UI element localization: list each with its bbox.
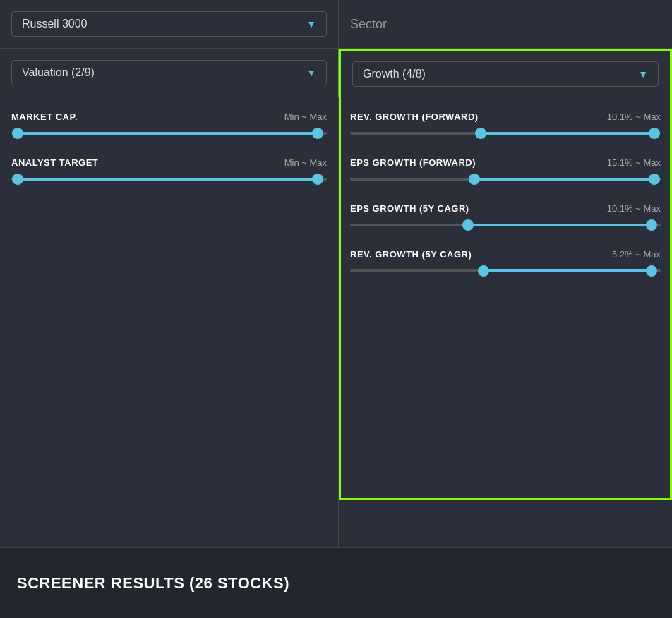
eps-growth-5y-thumb-left[interactable]: [462, 219, 474, 231]
eps-growth-forward-range: 15.1% ~ Max: [607, 157, 661, 168]
rev-growth-5y-slider-track[interactable]: [350, 269, 661, 272]
rev-growth-forward-thumb-right[interactable]: [649, 128, 660, 139]
index-dropdown-container: Russell 3000 ▼: [0, 0, 339, 48]
analyst-target-header: ANALYST TARGET Min ~ Max: [11, 157, 327, 168]
market-cap-filter: MARKET CAP. Min ~ Max: [11, 111, 327, 135]
analyst-target-slider-fill: [18, 178, 318, 181]
market-cap-title: MARKET CAP.: [11, 111, 78, 122]
rev-growth-forward-slider-fill: [481, 132, 654, 135]
main-content: MARKET CAP. Min ~ Max ANALYST TARGET Min…: [0, 97, 672, 596]
market-cap-slider-fill: [18, 132, 318, 135]
rev-growth-5y-thumb-right[interactable]: [646, 265, 657, 277]
rev-growth-5y-title: REV. GROWTH (5Y CAGR): [350, 249, 472, 260]
growth-dropdown-label: Growth (4/8): [363, 68, 426, 80]
eps-growth-5y-thumb-right[interactable]: [646, 219, 657, 231]
rev-growth-5y-thumb-left[interactable]: [478, 265, 489, 277]
rev-growth-forward-filter: REV. GROWTH (FORWARD) 10.1% ~ Max: [350, 111, 661, 135]
rev-growth-forward-thumb-left[interactable]: [475, 128, 486, 139]
sector-label: Sector: [350, 17, 387, 32]
analyst-target-thumb-left[interactable]: [12, 174, 23, 185]
index-dropdown[interactable]: Russell 3000 ▼: [11, 11, 327, 37]
valuation-dropdown[interactable]: Valuation (2/9) ▼: [11, 60, 327, 85]
eps-growth-forward-header: EPS GROWTH (FORWARD) 15.1% ~ Max: [350, 157, 661, 168]
top-bar: Russell 3000 ▼ Sector: [0, 0, 672, 49]
market-cap-thumb-left[interactable]: [12, 128, 23, 139]
rev-growth-forward-range: 10.1% ~ Max: [607, 111, 661, 122]
eps-growth-forward-filter: EPS GROWTH (FORWARD) 15.1% ~ Max: [350, 157, 661, 181]
eps-growth-forward-slider-fill: [474, 178, 654, 181]
rev-growth-forward-title: REV. GROWTH (FORWARD): [350, 111, 479, 122]
eps-growth-5y-header: EPS GROWTH (5Y CAGR) 10.1% ~ Max: [350, 203, 661, 214]
analyst-target-title: ANALYST TARGET: [11, 157, 98, 168]
eps-growth-forward-thumb-left[interactable]: [469, 174, 480, 185]
eps-growth-forward-slider-track[interactable]: [350, 178, 661, 181]
right-panel: REV. GROWTH (FORWARD) 10.1% ~ Max EPS GR…: [339, 97, 672, 596]
filters-row: Valuation (2/9) ▼ Growth (4/8) ▼: [0, 49, 672, 97]
valuation-dropdown-label: Valuation (2/9): [22, 66, 95, 79]
rev-growth-5y-slider-fill: [484, 269, 652, 272]
eps-growth-5y-slider-track[interactable]: [350, 224, 661, 226]
eps-growth-forward-title: EPS GROWTH (FORWARD): [350, 157, 476, 168]
eps-growth-5y-title: EPS GROWTH (5Y CAGR): [350, 203, 469, 214]
rev-growth-forward-header: REV. GROWTH (FORWARD) 10.1% ~ Max: [350, 111, 661, 122]
eps-growth-5y-range: 10.1% ~ Max: [607, 203, 661, 214]
market-cap-range: Min ~ Max: [284, 111, 327, 122]
eps-growth-5y-slider-fill: [468, 224, 652, 226]
growth-dropdown[interactable]: Growth (4/8) ▼: [352, 61, 659, 87]
eps-growth-5y-filter: EPS GROWTH (5Y CAGR) 10.1% ~ Max: [350, 203, 661, 226]
index-dropdown-label: Russell 3000: [22, 18, 88, 30]
valuation-dropdown-chevron: ▼: [306, 67, 316, 78]
market-cap-slider-track[interactable]: [11, 132, 327, 135]
analyst-target-filter: ANALYST TARGET Min ~ Max: [11, 157, 327, 181]
rev-growth-5y-filter: REV. GROWTH (5Y CAGR) 5.2% ~ Max: [350, 249, 661, 272]
growth-dropdown-container: Growth (4/8) ▼: [339, 49, 672, 97]
rev-growth-5y-header: REV. GROWTH (5Y CAGR) 5.2% ~ Max: [350, 249, 661, 260]
market-cap-header: MARKET CAP. Min ~ Max: [11, 111, 327, 122]
analyst-target-thumb-right[interactable]: [312, 174, 323, 185]
screener-title: SCREENER RESULTS (26 STOCKS): [17, 574, 289, 593]
rev-growth-5y-range: 5.2% ~ Max: [612, 249, 661, 260]
analyst-target-slider-track[interactable]: [11, 178, 327, 181]
screener-results: SCREENER RESULTS (26 STOCKS): [0, 547, 672, 618]
rev-growth-forward-slider-track[interactable]: [350, 132, 661, 135]
growth-dropdown-chevron: ▼: [638, 68, 648, 80]
valuation-dropdown-container: Valuation (2/9) ▼: [0, 49, 339, 97]
eps-growth-forward-thumb-right[interactable]: [649, 174, 660, 185]
sector-container: Sector: [339, 0, 672, 48]
index-dropdown-chevron: ▼: [306, 18, 316, 30]
market-cap-thumb-right[interactable]: [312, 128, 323, 139]
analyst-target-range: Min ~ Max: [284, 157, 327, 168]
left-panel: MARKET CAP. Min ~ Max ANALYST TARGET Min…: [0, 97, 339, 596]
